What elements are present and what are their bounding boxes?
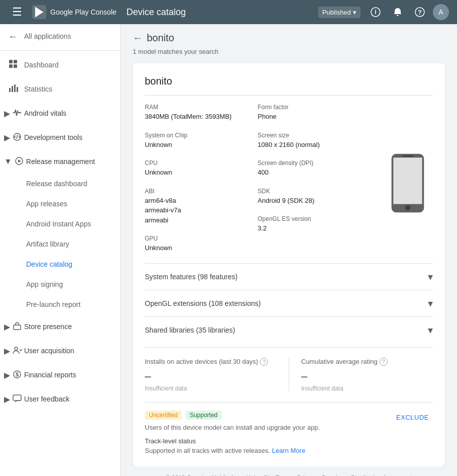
- expandable-shared-libs[interactable]: Shared libraries (35 libraries) ▾: [145, 316, 433, 343]
- sidebar-label-pre-launch: Pre-launch report: [26, 300, 80, 308]
- collapse-icon-release: ▼: [4, 157, 12, 166]
- sidebar-item-pre-launch[interactable]: Pre-launch report: [0, 294, 120, 314]
- sidebar-label-artifact-library: Artifact library: [26, 240, 69, 248]
- notification-icon[interactable]: [389, 3, 407, 21]
- spec-ram: RAM 3840MB (TotalMem: 3593MB): [145, 104, 258, 122]
- stat-rating-sub: Insufficient data: [301, 385, 433, 392]
- device-image: [383, 104, 433, 263]
- spec-sdk-label: SDK: [258, 188, 371, 195]
- rating-help-icon[interactable]: ?: [380, 358, 388, 366]
- svg-marker-17: [18, 160, 21, 163]
- user-acquisition-icon: [12, 345, 22, 357]
- sidebar-item-release-mgmt[interactable]: ▼ Release management: [0, 149, 120, 174]
- sidebar-item-release-dashboard[interactable]: Release dashboard: [0, 174, 120, 194]
- sidebar-item-android-vitals[interactable]: ▶ Android vitals: [0, 101, 120, 125]
- collapse-icon-vitals: ▶: [4, 109, 10, 118]
- spec-gpu-label: GPU: [145, 235, 258, 242]
- help-icon[interactable]: ?: [411, 3, 429, 21]
- expandable-system-features[interactable]: System features (98 features) ▾: [145, 263, 433, 290]
- sidebar-item-dashboard[interactable]: Dashboard: [0, 53, 120, 77]
- back-icon[interactable]: ←: [133, 32, 143, 44]
- back-arrow-icon: ←: [8, 31, 18, 42]
- collapse-icon-acquisition: ▶: [4, 346, 10, 356]
- status-badges: Uncertified Supported: [145, 411, 320, 420]
- spec-screen-size: Screen size 1080 x 2160 (normal): [258, 132, 371, 150]
- chevron-down-icon-2: ▾: [428, 297, 433, 309]
- vitals-icon: [12, 108, 22, 119]
- spec-sdk: SDK Android 9 (SDK 28): [258, 188, 371, 206]
- svg-point-19: [15, 347, 18, 350]
- sidebar-item-store-presence[interactable]: ▶ Store presence: [0, 314, 120, 339]
- sidebar-item-user-acquisition[interactable]: ▶ User acquisition: [0, 339, 120, 363]
- svg-rect-18: [14, 325, 21, 330]
- sidebar-label-dev-tools: Development tools: [24, 133, 82, 141]
- back-nav: ← bonito: [133, 32, 445, 44]
- menu-icon[interactable]: ☰: [8, 3, 26, 21]
- svg-rect-13: [17, 87, 18, 92]
- svg-rect-24: [393, 157, 422, 204]
- svg-rect-9: [14, 64, 17, 68]
- exclude-button[interactable]: EXCLUDE: [392, 411, 433, 424]
- installs-help-icon[interactable]: ?: [260, 358, 268, 366]
- devtools-icon: [12, 132, 22, 143]
- info-icon[interactable]: i: [367, 3, 385, 21]
- spec-sdk-value: Android 9 (SDK 28): [258, 196, 371, 206]
- page-title: Device catalog: [127, 7, 186, 18]
- stat-installs-sub: Insufficient data: [145, 385, 277, 392]
- svg-rect-8: [9, 64, 13, 68]
- opengl-ext-label: OpenGL extensions (108 extensions): [145, 299, 261, 307]
- spec-abi-label: ABI: [145, 188, 258, 195]
- status-section: Uncertified Supported Users of this devi…: [145, 402, 433, 454]
- collapse-icon-financial: ▶: [4, 370, 10, 380]
- main-content: ← bonito 1 model matches your search bon…: [121, 24, 457, 476]
- sidebar-label-store-presence: Store presence: [24, 323, 72, 331]
- spec-opengl-es: OpenGL ES version 3.2: [258, 215, 371, 233]
- svg-rect-12: [14, 85, 16, 92]
- learn-more-link[interactable]: Learn More: [272, 447, 305, 454]
- stats-section: Installs on active devices (last 30 days…: [145, 347, 433, 392]
- store-icon: [12, 321, 22, 333]
- app-header: ☰ Google Play Console Device catalog Pub…: [0, 0, 457, 24]
- spec-screen-density-value: 400: [258, 168, 371, 178]
- spec-form-factor-value: Phone: [258, 112, 371, 122]
- spec-cpu-value: Unknown: [145, 168, 258, 178]
- sidebar: ← All applications Dashboard Statistics …: [0, 24, 121, 476]
- svg-rect-7: [14, 60, 17, 63]
- sidebar-item-dev-tools[interactable]: ▶ Development tools: [0, 125, 120, 149]
- chevron-down-icon-3: ▾: [428, 324, 433, 336]
- feedback-icon: [12, 393, 22, 405]
- svg-rect-10: [9, 88, 11, 92]
- user-avatar[interactable]: A: [433, 4, 449, 20]
- app-logo: Google Play Console: [32, 5, 117, 19]
- sidebar-item-all-applications[interactable]: ← All applications: [0, 24, 120, 48]
- spec-cpu: CPU Unknown: [145, 160, 258, 178]
- sidebar-item-device-catalog[interactable]: Device catalog: [0, 254, 120, 274]
- sidebar-item-app-releases[interactable]: App releases: [0, 194, 120, 214]
- collapse-icon-store: ▶: [4, 322, 10, 332]
- sidebar-item-financial-reports[interactable]: ▶ $ Financial reports: [0, 363, 120, 387]
- sidebar-item-artifact-library[interactable]: Artifact library: [0, 234, 120, 254]
- stat-rating-label: Cumulative average rating ?: [301, 358, 433, 366]
- stat-rating-value: –: [301, 370, 433, 383]
- statistics-icon: [8, 83, 18, 96]
- svg-text:$: $: [16, 371, 19, 377]
- sidebar-item-statistics[interactable]: Statistics: [0, 77, 120, 101]
- svg-point-25: [405, 205, 410, 211]
- sidebar-item-user-feedback[interactable]: ▶ User feedback: [0, 387, 120, 411]
- sidebar-label-android-instant: Android Instant Apps: [26, 220, 91, 228]
- spec-cpu-label: CPU: [145, 160, 258, 167]
- spec-screen-size-label: Screen size: [258, 132, 371, 139]
- sidebar-item-app-signing[interactable]: App signing: [0, 274, 120, 294]
- specs-left: RAM 3840MB (TotalMem: 3593MB) System on …: [145, 104, 258, 263]
- published-dropdown[interactable]: Published ▾: [318, 7, 360, 18]
- sidebar-item-android-instant[interactable]: Android Instant Apps: [0, 214, 120, 234]
- expandable-opengl-extensions[interactable]: OpenGL extensions (108 extensions) ▾: [145, 290, 433, 316]
- spec-soc: System on Chip Unknown: [145, 132, 258, 150]
- search-results-count: 1 model matches your search: [133, 48, 445, 55]
- stat-installs-value: –: [145, 370, 277, 383]
- sidebar-divider-1: [0, 50, 120, 51]
- collapse-icon-devtools: ▶: [4, 133, 10, 142]
- sidebar-label-app-releases: App releases: [26, 200, 67, 208]
- app-title: Google Play Console: [50, 8, 117, 16]
- sidebar-label-user-feedback: User feedback: [24, 395, 69, 403]
